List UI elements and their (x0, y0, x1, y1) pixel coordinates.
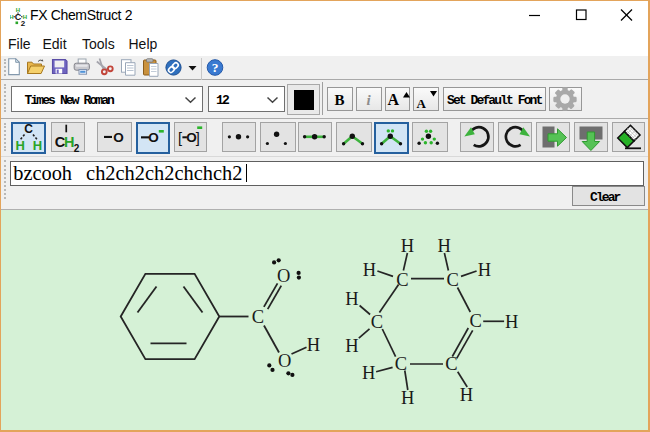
svg-text:?: ? (212, 60, 219, 75)
svg-text:H: H (345, 289, 358, 309)
svg-text:H: H (401, 388, 414, 408)
svg-text:C: C (445, 354, 457, 374)
svg-text:[: [ (178, 130, 182, 146)
svg-text:H: H (363, 260, 376, 280)
svg-text:H: H (438, 236, 451, 256)
svg-text:H: H (401, 236, 414, 256)
svg-text:C: C (470, 311, 482, 331)
svg-text:H: H (307, 335, 320, 355)
svg-text:O: O (278, 351, 291, 371)
svg-text:C: C (396, 270, 408, 290)
svg-text:C: C (252, 307, 264, 327)
svg-text:H: H (16, 7, 20, 13)
svg-text:H: H (460, 385, 473, 405)
svg-text:C: C (24, 122, 33, 136)
svg-text:C: C (371, 312, 383, 332)
svg-text:H: H (478, 260, 491, 280)
svg-text:H: H (33, 138, 42, 153)
svg-text:O: O (277, 266, 290, 286)
svg-text:H: H (10, 14, 14, 20)
svg-text:2: 2 (21, 19, 26, 27)
svg-text:C: C (446, 270, 458, 290)
svg-text:C: C (395, 354, 407, 374)
svg-text:H: H (362, 363, 375, 383)
svg-text:2: 2 (74, 143, 80, 154)
svg-text:H: H (16, 138, 25, 153)
svg-text:O: O (186, 130, 197, 145)
svg-text:O: O (148, 130, 159, 145)
svg-text:O: O (113, 130, 124, 145)
svg-text:H: H (345, 336, 358, 356)
svg-text:H: H (505, 312, 518, 332)
